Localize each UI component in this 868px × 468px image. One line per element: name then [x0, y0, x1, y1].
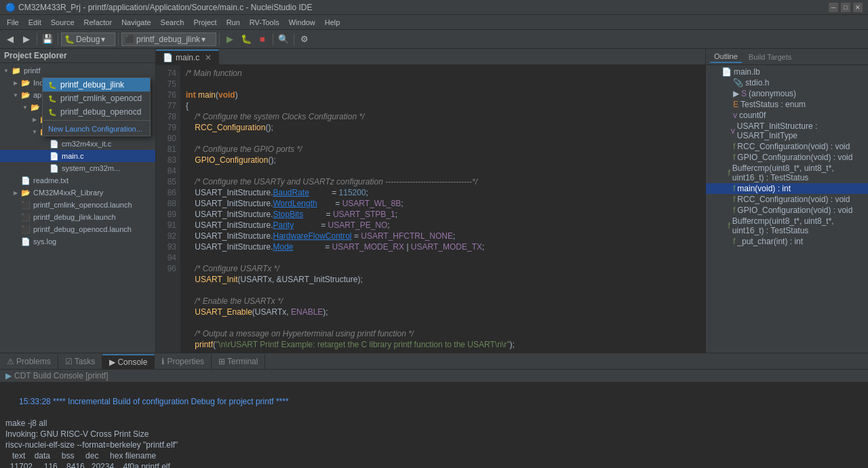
toolbar-search[interactable]: 🔍: [276, 32, 291, 47]
tree-item-openocd-launch[interactable]: ⬛ printf_debug_openocd.launch: [0, 223, 155, 235]
launch-config-dropdown[interactable]: ⬛ printf_debug_jlink ▾: [121, 33, 216, 46]
project-explorer-title: Project Explorer: [4, 51, 67, 60]
outline-item-gpio-config[interactable]: f GPIO_Configuration(void) : void: [706, 152, 868, 163]
outline-item-stdio[interactable]: 📎 stdio.h: [706, 77, 868, 88]
outline-tree: 📄 main.lb 📎 stdio.h ▶ S (anonymous) E: [706, 65, 868, 353]
enum-icon: E: [733, 100, 738, 109]
tab-properties[interactable]: ℹ Properties: [155, 354, 212, 369]
outline-item-rcc-config2[interactable]: f RCC_Configuration(void) : void: [706, 194, 868, 205]
outline-item-teststatus[interactable]: E TestStatus : enum: [706, 99, 868, 110]
tree-item-printf[interactable]: ▼ 📁 printf: [0, 64, 155, 77]
menu-item-source[interactable]: Source: [47, 17, 79, 28]
menu-item-search[interactable]: Search: [157, 17, 189, 28]
tree-arrow-application: ▼: [11, 92, 20, 98]
tree-arrow-includes: ▶: [11, 80, 20, 86]
menu-item-file[interactable]: File: [3, 17, 23, 28]
outline-item-buffercmp2[interactable]: f Buffercmp(uint8_t*, uint8_t*, uint16_t…: [706, 216, 868, 236]
toolbar-gear[interactable]: ⚙: [297, 32, 312, 47]
toolbar-save[interactable]: 💾: [40, 32, 55, 47]
main-func-icon: f: [733, 184, 735, 193]
console-icon: ▶: [109, 357, 115, 367]
tab-problems[interactable]: ⚠ Problems: [0, 354, 58, 369]
outline-item-anonymous[interactable]: ▶ S (anonymous): [706, 88, 868, 99]
new-launch-config-link[interactable]: New Launch Configuration...: [43, 122, 150, 136]
var-icon: v: [733, 111, 737, 120]
library-folder-icon: 📂: [20, 187, 31, 198]
anon-arrow-icon: ▶: [733, 89, 739, 98]
menu-item-window[interactable]: Window: [285, 17, 319, 28]
menu-bar: FileEditSourceRefactorNavigateSearchProj…: [0, 15, 868, 30]
tree-arrow-Application: ▼: [20, 104, 30, 111]
dropdown-item-cmlink[interactable]: 🐛 printf_cmlink_openocd: [43, 92, 150, 105]
bottom-panel: ⚠ Problems ☑ Tasks ▶ Console ℹ Propertie…: [0, 353, 868, 468]
toolbar-fwd[interactable]: ▶: [19, 32, 34, 47]
tasks-icon: ☑: [65, 357, 73, 366]
console-line-3: Invoking: GNU RISC-V Cross Print Size: [5, 429, 863, 440]
outline-item-main[interactable]: 📄 main.lb: [706, 66, 868, 77]
toolbar-debug[interactable]: 🐛: [239, 32, 254, 47]
openocd-debug-icon: 🐛: [48, 109, 56, 116]
debug-config-dropdown[interactable]: 🐛 Debug ▾: [61, 33, 115, 46]
tree-item-cm32[interactable]: 📄 cm32m4xx_it.c: [0, 138, 155, 150]
menu-item-run[interactable]: Run: [222, 17, 244, 28]
outline-item-main-func[interactable]: f main(void) : int: [706, 183, 868, 194]
Application-folder-icon: 📂: [30, 102, 41, 113]
title-bar-controls[interactable]: ─ □ ✕: [829, 3, 863, 12]
outline-item-putchar[interactable]: f _put_char(int) : int: [706, 236, 868, 247]
window-title: CM32M433R_Prj - printf/application/Appli…: [18, 3, 313, 12]
outline-item-gpio-config2[interactable]: f GPIO_Configuration(void) : void: [706, 205, 868, 216]
system-file-icon: 📄: [49, 163, 60, 174]
menu-item-navigate[interactable]: Navigate: [117, 17, 155, 28]
application-folder-icon: 📂: [20, 90, 31, 100]
app-icon: 🔵: [5, 3, 16, 12]
close-button[interactable]: ✕: [853, 3, 863, 12]
toolbar-run[interactable]: ▶: [222, 32, 237, 47]
dropdown-item-jlink[interactable]: 🐛 printf_debug_jlink: [43, 78, 150, 92]
menu-item-help[interactable]: Help: [321, 17, 344, 28]
tab-console[interactable]: ▶ Console: [102, 354, 155, 369]
menu-item-edit[interactable]: Edit: [24, 17, 45, 28]
title-bar: 🔵 CM32M433R_Prj - printf/application/App…: [0, 0, 868, 15]
gpio-func2-icon: f: [733, 206, 735, 215]
readme-file-icon: 📄: [20, 175, 31, 186]
tab-outline[interactable]: Outline: [710, 51, 742, 63]
menu-item-rv-tools[interactable]: RV-Tools: [245, 17, 283, 28]
tree-item-cmlink-launch[interactable]: ⬛ printf_cmlink_openocd.launch: [0, 199, 155, 211]
menu-item-refactor[interactable]: Refactor: [80, 17, 117, 28]
tree-item-library[interactable]: ▶ 📂 CM32M4xxR_Library: [0, 187, 155, 199]
outline-item-rcc-config[interactable]: f RCC_Configuration(void) : void: [706, 141, 868, 152]
tree-item-main[interactable]: 📄 main.c: [0, 150, 155, 162]
buffercmp-func-icon: f: [728, 168, 730, 178]
toolbar-stop[interactable]: ■: [255, 32, 270, 47]
tree-item-jlink-launch[interactable]: ⬛ printf_debug_jlink.launch: [0, 211, 155, 223]
tree-arrow-library: ▶: [11, 190, 20, 196]
minimize-button[interactable]: ─: [829, 3, 838, 12]
gpio-func-icon: f: [733, 153, 735, 162]
tree-item-system[interactable]: 📄 system_cm32m...: [0, 162, 155, 174]
console-line-2: make -j8 all: [5, 418, 863, 429]
console-header-icon: ▶: [5, 371, 12, 381]
maximize-button[interactable]: □: [841, 3, 850, 12]
code-area[interactable]: /* Main function int main(void) { /* Con…: [180, 65, 705, 353]
toolbar-back[interactable]: ◀: [3, 32, 18, 47]
putchar-func-icon: f: [733, 237, 735, 246]
menu-item-project[interactable]: Project: [189, 17, 220, 28]
editor-content[interactable]: 74 75 76 77 78 79 80 81 83 84: [156, 65, 705, 353]
tab-build-targets[interactable]: Build Targets: [745, 52, 795, 62]
main-tab-close[interactable]: ✕: [205, 53, 212, 62]
tab-tasks[interactable]: ☑ Tasks: [58, 354, 103, 369]
editor-tab-main[interactable]: 📄 main.c ✕: [156, 50, 219, 64]
bottom-tabs: ⚠ Problems ☑ Tasks ▶ Console ℹ Propertie…: [0, 353, 868, 370]
openocd-launch-icon: ⬛: [20, 224, 31, 235]
project-explorer-panel: Project Explorer ▼ 📁 printf ▶ 📂 Includes…: [0, 49, 156, 353]
editor-area: 📄 main.c ✕ 74 75 76 77 78 79: [156, 49, 705, 353]
outline-item-countof[interactable]: v count0f: [706, 110, 868, 121]
dropdown-item-openocd[interactable]: 🐛 printf_debug_openocd: [43, 105, 150, 119]
tab-terminal[interactable]: ⊞ Terminal: [212, 354, 265, 369]
tree-item-readme[interactable]: 📄 readme.txt: [0, 174, 155, 187]
right-panel-header: Outline Build Targets: [706, 49, 868, 65]
outline-item-buffercmp[interactable]: f Buffercmp(uint8_t*, uint8_t*, uint16_t…: [706, 163, 868, 183]
tree-item-syslog[interactable]: 📄 sys.log: [0, 235, 155, 248]
dropdown-separator: [43, 120, 150, 121]
outline-item-usart-init[interactable]: v USART_InitStructure : USART_InitType: [706, 121, 868, 141]
